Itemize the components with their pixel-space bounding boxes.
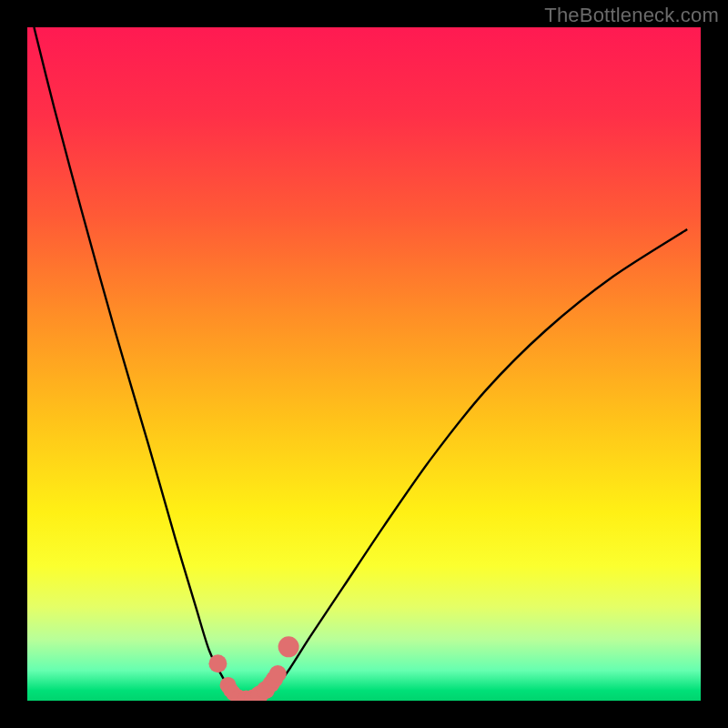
bottleneck-chart: [27, 27, 701, 701]
plot-area: [27, 27, 701, 701]
marker-dot: [278, 636, 299, 657]
watermark-text: TheBottleneck.com: [544, 4, 719, 27]
outer-frame: TheBottleneck.com: [0, 0, 728, 728]
marker-dot: [208, 654, 227, 672]
marker-dot: [269, 665, 287, 682]
gradient-background: [27, 27, 701, 701]
